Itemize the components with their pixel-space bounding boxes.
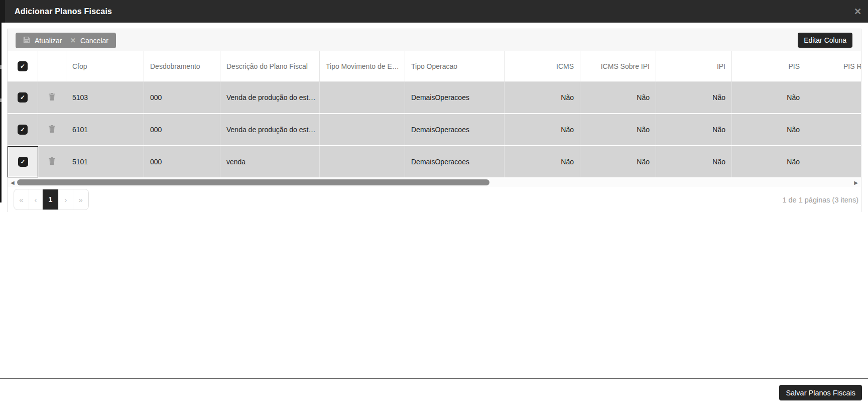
cell-pis: Não [732,82,806,113]
check-icon: ✓ [20,158,25,165]
background-page-fragment [0,98,2,102]
cell-icms-sobre-ipi: Não [580,114,656,145]
modal-title: Adicionar Planos Fiscais [15,0,112,23]
pagination-group: « ‹ 1 › » [14,189,89,210]
close-button[interactable]: ✕ [854,0,861,23]
column-header-icms[interactable]: ICMS [505,51,580,81]
atualizar-label: Atualizar [35,37,62,45]
editar-coluna-button[interactable]: Editar Coluna [798,33,852,48]
editar-coluna-label: Editar Coluna [804,36,846,44]
salvar-label: Salvar Planos Fiscais [786,389,855,397]
row-checkbox-cell[interactable]: ✓ [8,82,38,113]
table-rows: ✓ 5103 000 Venda de produção do est… Dem… [8,82,861,177]
grid-toolbar: Atualizar ✕ Cancelar Editar Coluna [8,29,861,51]
check-icon: ✓ [20,126,25,133]
titlebar-seam [0,0,5,23]
cell-tipo-operacao: DemaisOperacoes [405,114,505,145]
row-checkbox-cell[interactable]: ✓ [8,146,38,177]
cancel-x-icon: ✕ [70,37,76,44]
column-header-pis[interactable]: PIS [732,51,806,81]
column-header-descricao[interactable]: Descrição do Plano Fiscal [220,51,320,81]
check-icon: ✓ [20,94,25,101]
cancelar-button[interactable]: ✕ Cancelar [63,33,116,48]
check-icon: ✓ [20,63,25,70]
scroll-right-icon[interactable]: ▶ [854,178,858,187]
select-all-cell: ✓ [8,51,38,81]
pagination-info: 1 de 1 páginas (3 itens) [782,187,858,213]
cell-tipo-movimento [320,114,405,145]
table-row[interactable]: ✓ 5103 000 Venda de produção do est… Dem… [8,82,861,113]
pagination-bar: « ‹ 1 › » 1 de 1 páginas (3 itens) [8,187,861,213]
scrollbar-thumb[interactable] [17,179,489,185]
modal-titlebar: Adicionar Planos Fiscais ✕ [0,0,868,23]
row-checkbox-cell[interactable]: ✓ [8,114,38,145]
column-header-actions [38,51,66,81]
delete-row-button[interactable] [49,93,55,102]
row-actions-cell [38,82,66,113]
cell-desdobramento: 000 [144,82,220,113]
column-header-desdobramento[interactable]: Desdobramento [144,51,220,81]
table-row[interactable]: ✓ 5101 000 venda DemaisOperacoes Não Não… [8,146,861,177]
cell-desdobramento: 000 [144,146,220,177]
cell-pis-re [806,82,861,113]
close-icon: ✕ [854,6,861,17]
cell-descricao: Venda de produção do est… [220,114,320,145]
cell-tipo-movimento [320,82,405,113]
cell-icms: Não [505,146,580,177]
cell-cfop: 5103 [66,82,144,113]
cell-pis: Não [732,146,806,177]
horizontal-scrollbar[interactable]: ◀ ▶ [8,178,861,187]
cell-ipi: Não [656,114,732,145]
trash-icon [49,125,55,134]
row-actions-cell [38,114,66,145]
column-header-icms-sobre-ipi[interactable]: ICMS Sobre IPI [580,51,656,81]
cell-descricao: venda [220,146,320,177]
atualizar-button[interactable]: Atualizar [16,33,69,48]
cell-cfop: 5101 [66,146,144,177]
cell-descricao: Venda de produção do est… [220,82,320,113]
salvar-planos-fiscais-button[interactable]: Salvar Planos Fiscais [779,385,862,400]
cell-tipo-operacao: DemaisOperacoes [405,146,505,177]
select-all-checkbox[interactable]: ✓ [18,61,28,71]
pagination-last-button[interactable]: » [73,189,88,210]
pagination-page-1-button[interactable]: 1 [43,189,59,210]
footer-divider [0,378,868,379]
column-header-ipi[interactable]: IPI [656,51,732,81]
column-header-tipo-operacao[interactable]: Tipo Operacao [405,51,505,81]
pagination-prev-button[interactable]: ‹ [29,189,43,210]
pagination-first-button[interactable]: « [14,189,29,210]
table-header-row: ✓ Cfop Desdobramento Descrição do Plano … [8,51,861,82]
table-row[interactable]: ✓ 6101 000 Venda de produção do est… Dem… [8,114,861,145]
delete-row-button[interactable] [49,157,55,166]
cell-ipi: Não [656,82,732,113]
cell-pis-re [806,114,861,145]
trash-icon [49,157,55,166]
cell-pis: Não [732,114,806,145]
row-checkbox[interactable]: ✓ [18,157,28,167]
grid-panel: Atualizar ✕ Cancelar Editar Coluna ✓ Cfo… [7,29,861,212]
column-header-cfop[interactable]: Cfop [66,51,144,81]
cell-icms: Não [505,114,580,145]
row-actions-cell [38,146,66,177]
cell-cfop: 6101 [66,114,144,145]
row-checkbox[interactable]: ✓ [18,92,28,103]
column-header-tipo-movimento[interactable]: Tipo Movimento de E… [320,51,405,81]
column-header-pis-re[interactable]: PIS Re [806,51,861,81]
cell-ipi: Não [656,146,732,177]
cell-icms-sobre-ipi: Não [580,82,656,113]
cell-icms: Não [505,82,580,113]
cell-pis-re [806,146,861,177]
row-checkbox[interactable]: ✓ [18,125,28,135]
cell-icms-sobre-ipi: Não [580,146,656,177]
background-page-fragment [0,65,2,69]
pagination-next-button[interactable]: › [59,189,74,210]
scroll-left-icon[interactable]: ◀ [11,178,15,187]
delete-row-button[interactable] [49,125,55,134]
cell-desdobramento: 000 [144,114,220,145]
modal-dialog: Adicionar Planos Fiscais ✕ Atualizar ✕ [0,0,868,408]
cell-tipo-operacao: DemaisOperacoes [405,82,505,113]
save-icon [23,36,30,45]
cancelar-label: Cancelar [80,37,108,45]
cell-tipo-movimento [320,146,405,177]
trash-icon [49,93,55,102]
